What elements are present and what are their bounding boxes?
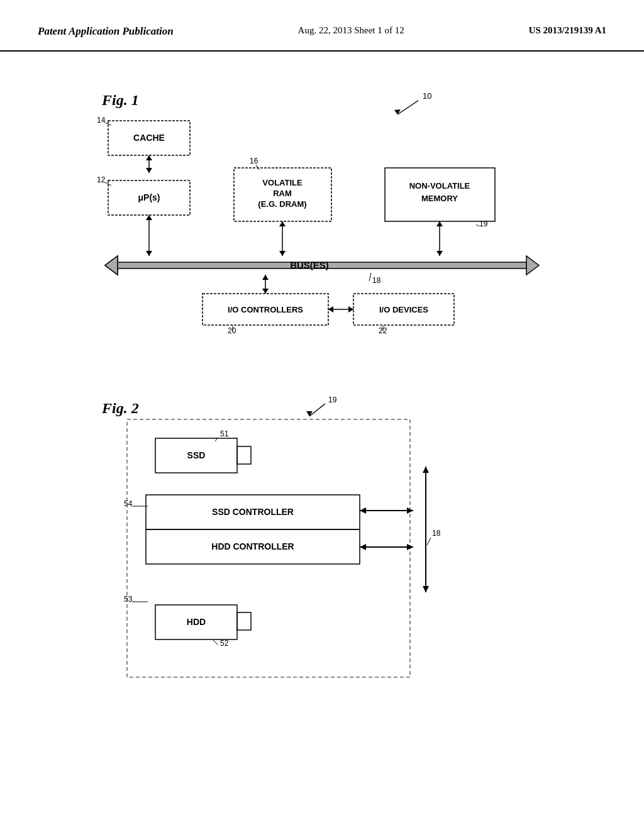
svg-marker-31 xyxy=(279,251,286,256)
svg-text:SSD CONTROLLER: SSD CONTROLLER xyxy=(212,507,294,517)
svg-line-57 xyxy=(309,404,325,416)
svg-marker-50 xyxy=(348,306,353,313)
svg-text:18: 18 xyxy=(372,276,381,285)
svg-marker-83 xyxy=(407,544,413,550)
header-publication-label: Patent Application Publication xyxy=(38,25,174,38)
svg-text:54: 54 xyxy=(124,499,133,508)
svg-marker-3 xyxy=(394,109,401,114)
svg-marker-30 xyxy=(279,221,286,226)
svg-text:19: 19 xyxy=(479,219,488,228)
header-date-sheet: Aug. 22, 2013 Sheet 1 of 12 xyxy=(298,25,404,36)
svg-marker-81 xyxy=(360,507,366,514)
svg-marker-43 xyxy=(262,289,269,294)
svg-text:20: 20 xyxy=(228,326,236,335)
svg-text:SSD: SSD xyxy=(187,450,206,460)
svg-rect-78 xyxy=(237,612,251,630)
svg-text:51: 51 xyxy=(220,429,229,438)
svg-marker-24 xyxy=(146,155,152,160)
page-header: Patent Application Publication Aug. 22, … xyxy=(0,0,644,52)
svg-text:14: 14 xyxy=(97,116,106,124)
svg-text:RAM: RAM xyxy=(273,189,292,198)
svg-text:NON-VOLATILE: NON-VOLATILE xyxy=(409,181,470,191)
svg-line-2 xyxy=(397,101,418,114)
svg-marker-37 xyxy=(105,256,118,275)
svg-line-77 xyxy=(213,640,218,645)
svg-text:CACHE: CACHE xyxy=(133,133,165,143)
svg-text:MEMORY: MEMORY xyxy=(421,194,458,203)
svg-text:10: 10 xyxy=(423,91,431,101)
fig2-svg: Fig. 2 19 SSD 51 SSD CONTROLLER xyxy=(64,385,580,693)
svg-text:12: 12 xyxy=(97,175,106,184)
fig2-container: Fig. 2 19 SSD 51 SSD CONTROLLER xyxy=(64,385,580,687)
svg-marker-84 xyxy=(360,544,366,550)
svg-text:VOLATILE: VOLATILE xyxy=(262,178,303,187)
svg-marker-27 xyxy=(146,215,152,220)
fig1-container: Fig. 1 10 CACHE 14 μP(s) 12 xyxy=(64,70,580,347)
svg-marker-33 xyxy=(436,221,443,226)
svg-text:I/O DEVICES: I/O DEVICES xyxy=(379,305,428,314)
svg-marker-34 xyxy=(436,251,443,256)
svg-marker-25 xyxy=(146,168,152,173)
patent-page: Patent Application Publication Aug. 22, … xyxy=(0,0,644,830)
svg-line-40 xyxy=(369,273,371,281)
header-patent-number: US 2013/219139 A1 xyxy=(529,25,606,36)
svg-text:I/O CONTROLLERS: I/O CONTROLLERS xyxy=(228,305,303,314)
svg-text:Fig. 1: Fig. 1 xyxy=(101,92,139,108)
svg-text:53: 53 xyxy=(124,595,133,604)
svg-text:HDD: HDD xyxy=(187,617,206,627)
svg-text:BUS(ES): BUS(ES) xyxy=(290,260,329,270)
figures-area: Fig. 1 10 CACHE 14 μP(s) 12 xyxy=(0,52,644,706)
svg-line-90 xyxy=(427,538,431,545)
svg-text:16: 16 xyxy=(250,157,258,165)
svg-line-17 xyxy=(256,165,259,170)
svg-rect-64 xyxy=(237,446,251,464)
svg-text:52: 52 xyxy=(220,639,229,648)
svg-marker-36 xyxy=(526,256,539,275)
svg-text:19: 19 xyxy=(328,396,337,404)
svg-marker-49 xyxy=(328,306,333,313)
svg-text:18: 18 xyxy=(432,529,441,538)
svg-text:μP(s): μP(s) xyxy=(138,192,160,202)
svg-text:HDD CONTROLLER: HDD CONTROLLER xyxy=(211,541,294,551)
svg-text:(E.G. DRAM): (E.G. DRAM) xyxy=(258,199,306,209)
svg-marker-28 xyxy=(146,251,152,256)
svg-marker-58 xyxy=(306,411,313,416)
fig1-svg: Fig. 1 10 CACHE 14 μP(s) 12 xyxy=(64,70,580,347)
svg-marker-42 xyxy=(262,275,269,280)
svg-text:Fig. 2: Fig. 2 xyxy=(101,400,139,416)
